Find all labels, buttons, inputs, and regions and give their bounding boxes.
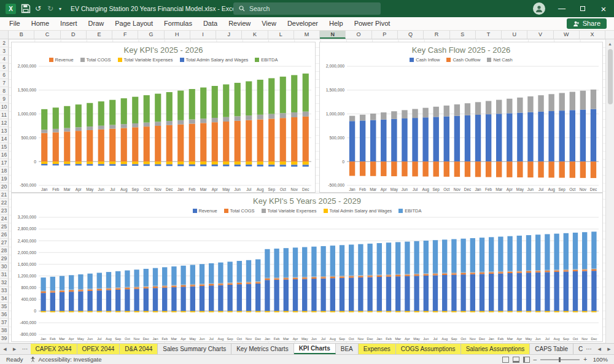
accessibility-status[interactable]: Accessibility: Investigate — [30, 356, 101, 363]
row-header-20[interactable]: 20 — [0, 183, 8, 191]
page-layout-view-icon[interactable] — [513, 357, 519, 363]
column-header-F[interactable]: F — [112, 31, 138, 39]
column-header-W[interactable]: W — [554, 31, 580, 39]
bar-total-variable-expenses[interactable] — [507, 271, 512, 271]
normal-view-icon[interactable] — [502, 357, 509, 363]
bar-total-variable-expenses[interactable] — [41, 291, 45, 292]
bar-total-admin-salary-and-wages[interactable] — [591, 311, 596, 312]
bar-ebitda[interactable] — [395, 242, 400, 274]
bar-total-variable-expenses[interactable] — [564, 269, 569, 270]
bar-total-variable-expenses[interactable] — [293, 277, 298, 277]
bar-total-cogs[interactable] — [489, 273, 494, 274]
bar-total-variable-expenses[interactable] — [284, 277, 289, 278]
chart-plot-area[interactable]: -800,000-400,0000400,000800,0001,200,000… — [12, 214, 602, 341]
bar-ebitda[interactable] — [489, 237, 494, 271]
bar-ebitda[interactable] — [166, 92, 173, 121]
ribbon-tab-data[interactable]: Data — [198, 17, 223, 30]
bar-total-admin-salary-and-wages[interactable] — [564, 311, 569, 312]
bar-total-cogs[interactable] — [340, 277, 344, 278]
bar-ebitda[interactable] — [330, 246, 335, 276]
bar-revenue[interactable] — [41, 133, 47, 162]
sheet-tab-caps-table[interactable]: CAPS Table — [530, 344, 573, 354]
bar-total-admin-salary-and-wages[interactable] — [349, 311, 354, 312]
column-header-C[interactable]: C — [34, 31, 60, 39]
bar-ebitda[interactable] — [535, 234, 540, 270]
bar-revenue[interactable] — [60, 292, 64, 311]
bar-cash-outflow[interactable] — [349, 161, 355, 176]
zoom-level[interactable]: 100% — [591, 356, 608, 363]
bar-total-admin-salary-and-wages[interactable] — [125, 311, 130, 312]
bar-total-variable-expenses[interactable] — [69, 290, 74, 290]
bar-total-admin-salary-and-wages[interactable] — [302, 311, 307, 312]
bar-total-cogs[interactable] — [284, 278, 289, 279]
bar-revenue[interactable] — [291, 117, 297, 161]
bar-total-cogs[interactable] — [132, 123, 138, 127]
bar-revenue[interactable] — [330, 278, 335, 311]
bar-cash-outflow[interactable] — [517, 161, 523, 177]
bar-total-cogs[interactable] — [109, 125, 115, 129]
bar-ebitda[interactable] — [144, 269, 149, 286]
row-header-29[interactable]: 29 — [0, 255, 8, 263]
user-avatar[interactable] — [533, 2, 545, 15]
bar-revenue[interactable] — [223, 122, 229, 161]
bar-total-admin-salary-and-wages[interactable] — [414, 311, 419, 312]
bar-cash-inflow[interactable] — [559, 110, 565, 161]
bar-total-admin-salary-and-wages[interactable] — [87, 311, 92, 312]
bar-total-variable-expenses[interactable] — [166, 161, 173, 165]
bar-total-cogs[interactable] — [321, 277, 325, 278]
bar-total-variable-expenses[interactable] — [573, 269, 578, 269]
bar-total-admin-salary-and-wages[interactable] — [50, 311, 55, 312]
bar-total-variable-expenses[interactable] — [50, 290, 55, 291]
bar-revenue[interactable] — [358, 277, 363, 311]
bar-ebitda[interactable] — [377, 243, 382, 274]
bar-total-variable-expenses[interactable] — [405, 274, 410, 274]
bar-total-variable-expenses[interactable] — [200, 284, 204, 284]
bar-revenue[interactable] — [209, 285, 214, 311]
bar-ebitda[interactable] — [132, 97, 138, 123]
bar-ebitda[interactable] — [125, 271, 130, 287]
bar-total-admin-salary-and-wages[interactable] — [177, 165, 184, 166]
bar-total-variable-expenses[interactable] — [87, 161, 93, 164]
bar-total-admin-salary-and-wages[interactable] — [218, 311, 223, 312]
bar-total-admin-salary-and-wages[interactable] — [573, 311, 578, 312]
bar-total-admin-salary-and-wages[interactable] — [53, 164, 59, 165]
bar-total-admin-salary-and-wages[interactable] — [223, 165, 229, 166]
bar-ebitda[interactable] — [106, 272, 111, 288]
bar-total-variable-expenses[interactable] — [302, 277, 307, 277]
bar-total-cogs[interactable] — [200, 285, 204, 286]
bar-revenue[interactable] — [218, 285, 223, 311]
bar-total-cogs[interactable] — [218, 284, 223, 285]
bar-total-cogs[interactable] — [171, 286, 176, 287]
bar-total-variable-expenses[interactable] — [121, 161, 127, 164]
bar-total-variable-expenses[interactable] — [386, 274, 391, 275]
sheet-scroll-right-icon[interactable]: ▶ — [10, 344, 20, 354]
column-header-E[interactable]: E — [87, 31, 112, 39]
column-header-Q[interactable]: Q — [398, 31, 424, 39]
bar-total-cogs[interactable] — [257, 115, 263, 120]
bar-cash-inflow[interactable] — [454, 116, 460, 161]
search-box[interactable]: Search — [233, 2, 381, 15]
bar-total-variable-expenses[interactable] — [144, 161, 150, 164]
bar-total-admin-salary-and-wages[interactable] — [545, 311, 550, 312]
bar-total-admin-salary-and-wages[interactable] — [132, 165, 138, 166]
bar-total-variable-expenses[interactable] — [535, 270, 540, 271]
bar-net-cash[interactable] — [591, 90, 596, 109]
bar-revenue[interactable] — [246, 284, 251, 311]
column-header-T[interactable]: T — [476, 31, 502, 39]
bar-ebitda[interactable] — [460, 239, 465, 273]
bar-total-variable-expenses[interactable] — [268, 161, 274, 165]
bar-net-cash[interactable] — [433, 107, 439, 117]
bar-total-admin-salary-and-wages[interactable] — [212, 165, 218, 166]
column-header-H[interactable]: H — [165, 31, 190, 39]
bar-ebitda[interactable] — [246, 260, 251, 282]
bar-revenue[interactable] — [424, 276, 429, 311]
bar-revenue[interactable] — [480, 274, 484, 311]
bar-total-admin-salary-and-wages[interactable] — [69, 311, 74, 312]
row-header-10[interactable]: 10 — [0, 103, 8, 111]
row-header-22[interactable]: 22 — [0, 199, 8, 207]
bar-revenue[interactable] — [321, 279, 325, 311]
bar-total-variable-expenses[interactable] — [171, 285, 176, 285]
bar-total-variable-expenses[interactable] — [115, 287, 120, 288]
bar-total-cogs[interactable] — [386, 275, 391, 276]
bar-total-admin-salary-and-wages[interactable] — [41, 311, 45, 312]
